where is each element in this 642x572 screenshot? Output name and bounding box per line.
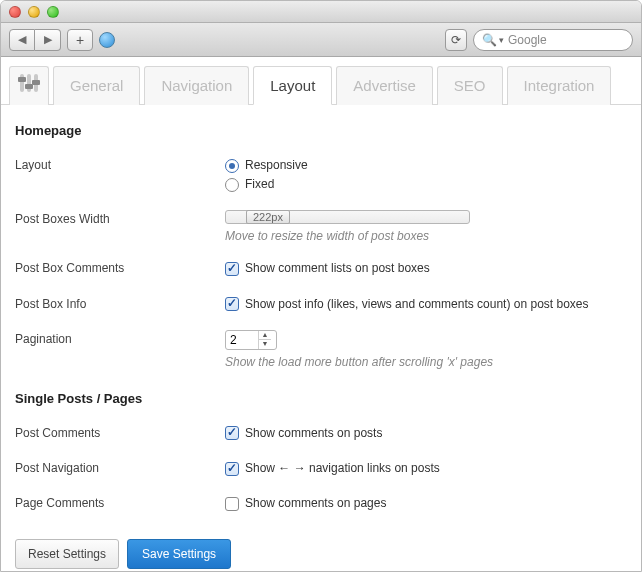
label-post-comments: Post Comments	[15, 424, 225, 440]
checkbox-page-comments[interactable]	[225, 497, 239, 511]
zoom-window-icon[interactable]	[47, 6, 59, 18]
checkbox-label-pbi: Show post info (likes, views and comment…	[245, 295, 589, 314]
traffic-lights	[9, 6, 59, 18]
row-pagination: Pagination ▲ ▼ Show the load more button…	[15, 322, 627, 377]
pagination-stepper: ▲ ▼	[258, 331, 271, 349]
checkbox-label-pn: Show ← → navigation links on posts	[245, 459, 440, 478]
radio-layout-fixed[interactable]	[225, 178, 239, 192]
checkbox-post-box-comments[interactable]	[225, 262, 239, 276]
hint-post-boxes-width: Move to resize the width of post boxes	[225, 229, 627, 243]
reload-button[interactable]: ⟳	[445, 29, 467, 51]
checkbox-label-pbc: Show comment lists on post boxes	[245, 259, 430, 278]
tab-layout[interactable]: Layout	[253, 66, 332, 105]
add-button[interactable]: +	[67, 29, 93, 51]
sliders-icon	[20, 73, 38, 93]
pagination-input[interactable]	[226, 333, 258, 347]
checkbox-post-box-info[interactable]	[225, 297, 239, 311]
radio-label-responsive: Responsive	[245, 156, 308, 175]
search-icon: 🔍	[482, 33, 497, 47]
nav-segment: ◀ ▶	[9, 29, 61, 51]
checkbox-post-navigation[interactable]	[225, 462, 239, 476]
radio-label-fixed: Fixed	[245, 175, 274, 194]
stepper-down[interactable]: ▼	[259, 340, 271, 349]
close-window-icon[interactable]	[9, 6, 21, 18]
tab-general[interactable]: General	[53, 66, 140, 105]
stepper-up[interactable]: ▲	[259, 331, 271, 340]
row-post-boxes-width: Post Boxes Width 222px Move to resize th…	[15, 202, 627, 251]
settings-content: Homepage Layout Responsive Fixed Post Bo…	[1, 105, 641, 531]
checkbox-post-comments[interactable]	[225, 426, 239, 440]
reset-button[interactable]: Reset Settings	[15, 539, 119, 569]
label-post-boxes-width: Post Boxes Width	[15, 210, 225, 226]
site-icon	[99, 32, 115, 48]
forward-button[interactable]: ▶	[35, 29, 61, 51]
row-post-navigation: Post Navigation Show ← → navigation link…	[15, 451, 627, 486]
tab-advertise[interactable]: Advertise	[336, 66, 433, 105]
row-page-comments: Page Comments Show comments on pages	[15, 486, 627, 521]
label-layout: Layout	[15, 156, 225, 172]
minimize-window-icon[interactable]	[28, 6, 40, 18]
checkbox-label-pgc: Show comments on pages	[245, 494, 386, 513]
pagination-input-wrapper: ▲ ▼	[225, 330, 277, 350]
label-page-comments: Page Comments	[15, 494, 225, 510]
section-homepage: Homepage	[15, 123, 627, 138]
search-placeholder: Google	[508, 33, 624, 47]
label-post-box-info: Post Box Info	[15, 295, 225, 311]
tab-navigation[interactable]: Navigation	[144, 66, 249, 105]
dropdown-caret-icon: ▾	[499, 35, 504, 45]
row-post-box-comments: Post Box Comments Show comment lists on …	[15, 251, 627, 286]
back-button[interactable]: ◀	[9, 29, 35, 51]
tab-icon-settings[interactable]	[9, 66, 49, 105]
footer-buttons: Reset Settings Save Settings	[1, 531, 641, 572]
settings-tabs: General Navigation Layout Advertise SEO …	[1, 57, 641, 105]
hint-pagination: Show the load more button after scrollin…	[225, 355, 627, 369]
save-button[interactable]: Save Settings	[127, 539, 231, 569]
label-post-box-comments: Post Box Comments	[15, 259, 225, 275]
label-post-navigation: Post Navigation	[15, 459, 225, 475]
row-post-box-info: Post Box Info Show post info (likes, vie…	[15, 287, 627, 322]
radio-layout-responsive[interactable]	[225, 159, 239, 173]
label-pagination: Pagination	[15, 330, 225, 346]
browser-toolbar: ◀ ▶ + ⟳ 🔍 ▾ Google	[1, 23, 641, 57]
search-field[interactable]: 🔍 ▾ Google	[473, 29, 633, 51]
window-titlebar	[1, 1, 641, 23]
tab-integration[interactable]: Integration	[507, 66, 612, 105]
slider-post-boxes-width[interactable]: 222px	[225, 210, 470, 224]
section-single: Single Posts / Pages	[15, 391, 627, 406]
checkbox-label-pc: Show comments on posts	[245, 424, 382, 443]
row-layout: Layout Responsive Fixed	[15, 148, 627, 202]
row-post-comments: Post Comments Show comments on posts	[15, 416, 627, 451]
tab-seo[interactable]: SEO	[437, 66, 503, 105]
slider-thumb[interactable]: 222px	[246, 210, 290, 224]
